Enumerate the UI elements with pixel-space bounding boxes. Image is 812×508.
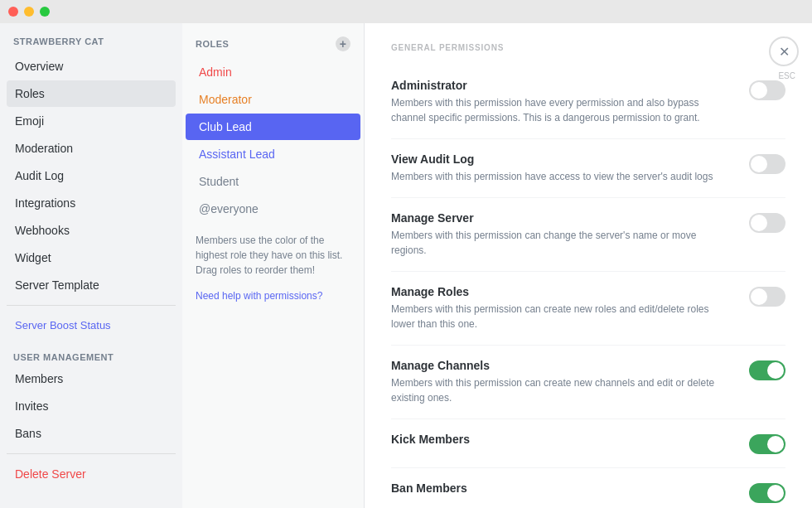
roles-panel: Roles + Admin Moderator Club Lead Assist… bbox=[182, 23, 365, 508]
permission-name-manage-roles: Manage Roles bbox=[391, 285, 732, 298]
titlebar bbox=[0, 0, 812, 23]
toggle-track-manage-server[interactable] bbox=[749, 213, 785, 233]
server-name: Strawberry Cat bbox=[7, 36, 176, 46]
permission-item-manage-server: Manage ServerMembers with this permissio… bbox=[391, 198, 785, 272]
sidebar-item-invites[interactable]: Invites bbox=[7, 393, 176, 419]
sidebar: Strawberry Cat Overview Roles Emoji Mode… bbox=[0, 23, 182, 508]
permission-name-administrator: Administrator bbox=[391, 79, 732, 92]
toggle-thumb-manage-server bbox=[751, 215, 767, 231]
sidebar-item-server-template[interactable]: Server Template bbox=[7, 272, 176, 298]
minimize-button[interactable] bbox=[24, 7, 34, 17]
toggle-thumb-manage-channels bbox=[767, 362, 784, 379]
permission-item-view-audit-log: View Audit LogMembers with this permissi… bbox=[391, 139, 785, 198]
sidebar-item-widget[interactable]: Widget bbox=[7, 244, 176, 271]
sidebar-item-bans[interactable]: Bans bbox=[7, 420, 176, 447]
roles-info-text: Members use the color of the highest rol… bbox=[182, 223, 364, 288]
sidebar-item-moderation[interactable]: Moderation bbox=[7, 135, 176, 162]
permission-desc-manage-channels: Members with this permission can create … bbox=[391, 375, 732, 405]
toggle-thumb-view-audit-log bbox=[751, 156, 767, 172]
permission-item-kick-members: Kick Members bbox=[391, 419, 785, 468]
sidebar-divider-2 bbox=[7, 453, 176, 454]
toggle-kick-members[interactable] bbox=[749, 434, 785, 454]
toggle-track-manage-roles[interactable] bbox=[749, 287, 785, 307]
permission-name-manage-channels: Manage Channels bbox=[391, 359, 732, 372]
main-content: ✕ ESC General Permissions AdministratorM… bbox=[365, 23, 812, 508]
toggle-thumb-ban-members bbox=[767, 485, 784, 501]
sidebar-item-members[interactable]: Members bbox=[7, 365, 176, 392]
sidebar-item-audit-log[interactable]: Audit Log bbox=[7, 162, 176, 189]
role-item-student[interactable]: Student bbox=[186, 168, 360, 195]
permission-desc-administrator: Members with this permission have every … bbox=[391, 95, 732, 125]
roles-header: Roles + bbox=[182, 23, 364, 58]
sidebar-item-delete-server[interactable]: Delete Server bbox=[7, 461, 176, 487]
close-icon: ✕ bbox=[779, 44, 790, 60]
permission-name-manage-server: Manage Server bbox=[391, 211, 732, 225]
toggle-manage-server[interactable] bbox=[749, 213, 785, 233]
permission-info-kick-members: Kick Members bbox=[391, 433, 749, 449]
permission-desc-manage-server: Members with this permission can change … bbox=[391, 228, 732, 258]
close-button[interactable] bbox=[8, 7, 18, 17]
permission-item-manage-roles: Manage RolesMembers with this permission… bbox=[391, 272, 785, 346]
user-management-section: User Management bbox=[7, 339, 176, 365]
permission-name-kick-members: Kick Members bbox=[391, 433, 732, 446]
esc-label: ESC bbox=[778, 71, 795, 80]
toggle-track-manage-channels[interactable] bbox=[749, 360, 785, 380]
toggle-thumb-manage-roles bbox=[751, 288, 767, 305]
app-container: Strawberry Cat Overview Roles Emoji Mode… bbox=[0, 23, 812, 508]
toggle-manage-channels[interactable] bbox=[749, 360, 785, 380]
toggle-administrator[interactable] bbox=[749, 80, 785, 100]
sidebar-item-integrations[interactable]: Integrations bbox=[7, 190, 176, 216]
close-dialog-button[interactable]: ✕ bbox=[769, 36, 799, 66]
toggle-track-view-audit-log[interactable] bbox=[749, 154, 785, 174]
role-item-everyone[interactable]: @everyone bbox=[186, 196, 360, 222]
permission-name-ban-members: Ban Members bbox=[391, 481, 732, 495]
permission-name-view-audit-log: View Audit Log bbox=[391, 152, 732, 166]
sidebar-item-roles[interactable]: Roles bbox=[7, 80, 176, 107]
maximize-button[interactable] bbox=[40, 7, 50, 17]
permission-item-administrator: AdministratorMembers with this permissio… bbox=[391, 65, 785, 139]
role-item-moderator[interactable]: Moderator bbox=[186, 86, 360, 113]
permission-info-manage-roles: Manage RolesMembers with this permission… bbox=[391, 285, 749, 331]
permission-desc-manage-roles: Members with this permission can create … bbox=[391, 302, 732, 331]
toggle-thumb-administrator bbox=[751, 82, 767, 99]
toggle-view-audit-log[interactable] bbox=[749, 154, 785, 174]
general-permissions-label: General Permissions bbox=[391, 43, 785, 52]
permission-info-administrator: AdministratorMembers with this permissio… bbox=[391, 79, 749, 125]
toggle-thumb-kick-members bbox=[767, 436, 784, 452]
permission-info-view-audit-log: View Audit LogMembers with this permissi… bbox=[391, 152, 749, 184]
role-item-admin[interactable]: Admin bbox=[186, 59, 360, 85]
add-role-button[interactable]: + bbox=[336, 36, 350, 51]
roles-header-label: Roles bbox=[196, 39, 229, 49]
sidebar-divider bbox=[7, 305, 176, 306]
permission-info-manage-server: Manage ServerMembers with this permissio… bbox=[391, 211, 749, 258]
permission-desc-view-audit-log: Members with this permission have access… bbox=[391, 169, 732, 184]
permission-info-manage-channels: Manage ChannelsMembers with this permiss… bbox=[391, 359, 749, 405]
roles-help-link[interactable]: Need help with permissions? bbox=[182, 287, 336, 305]
toggle-ban-members[interactable] bbox=[749, 483, 785, 503]
role-item-assistant-lead[interactable]: Assistant Lead bbox=[186, 141, 360, 167]
role-item-club-lead[interactable]: Club Lead bbox=[186, 114, 360, 140]
toggle-manage-roles[interactable] bbox=[749, 287, 785, 307]
permission-item-manage-channels: Manage ChannelsMembers with this permiss… bbox=[391, 346, 785, 419]
permission-info-ban-members: Ban Members bbox=[391, 481, 749, 498]
sidebar-item-overview[interactable]: Overview bbox=[7, 53, 176, 80]
permissions-list: AdministratorMembers with this permissio… bbox=[391, 65, 785, 508]
permission-item-ban-members: Ban Members bbox=[391, 468, 785, 508]
toggle-track-kick-members[interactable] bbox=[749, 434, 785, 454]
sidebar-item-boost[interactable]: Server Boost Status bbox=[7, 312, 176, 338]
sidebar-item-emoji[interactable]: Emoji bbox=[7, 108, 176, 134]
toggle-track-administrator[interactable] bbox=[749, 80, 785, 100]
toggle-track-ban-members[interactable] bbox=[749, 483, 785, 503]
sidebar-item-webhooks[interactable]: Webhooks bbox=[7, 217, 176, 244]
